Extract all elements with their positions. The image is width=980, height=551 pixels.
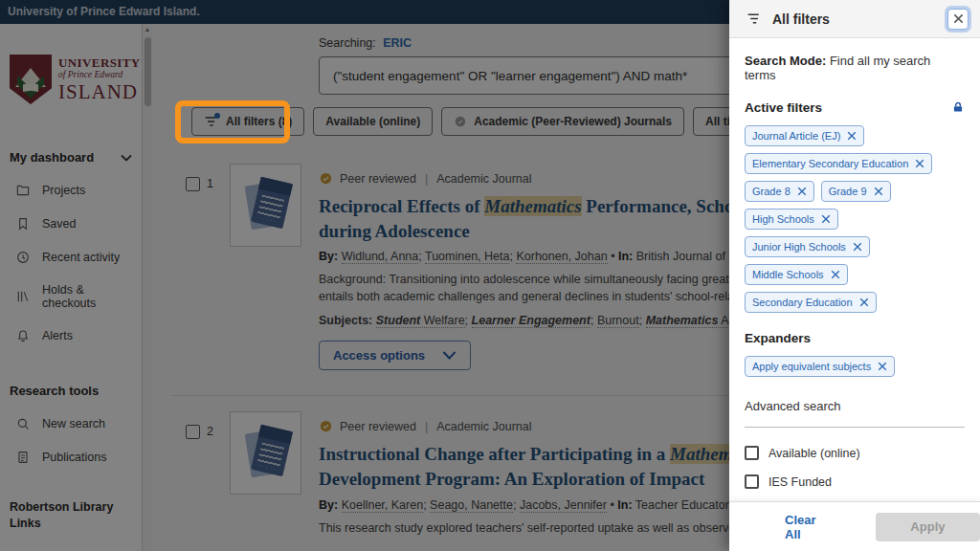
filter-chip-label: Journal Article (EJ): [752, 130, 840, 142]
checkbox[interactable]: [745, 474, 759, 489]
panel-title: All filters: [772, 11, 830, 27]
close-panel-button[interactable]: [947, 9, 969, 30]
active-filter-chips: Journal Article (EJ) Elementary Secondar…: [745, 125, 965, 313]
filter-chip-label: High Schools: [752, 213, 814, 225]
checkbox[interactable]: [745, 446, 759, 460]
checkbox-label: IES Funded: [768, 475, 832, 489]
filter-chip-label: Middle Schools: [752, 269, 824, 280]
all-filters-panel: All filters Search Mode: Find all my sea…: [729, 0, 980, 551]
remove-filter-icon[interactable]: [878, 362, 887, 371]
expander-chip[interactable]: Apply equivalent subjects: [745, 356, 895, 377]
filter-chip-label: Junior High Schools: [752, 241, 846, 253]
filter-chip[interactable]: Middle Schools: [745, 264, 848, 285]
filter-chip[interactable]: Grade 9: [821, 181, 891, 202]
remove-filter-icon[interactable]: [915, 159, 924, 168]
apply-button[interactable]: Apply: [876, 513, 980, 541]
remove-filter-icon[interactable]: [821, 214, 831, 224]
filter-chip-label: Grade 9: [829, 186, 867, 197]
close-icon: [953, 13, 964, 24]
remove-filter-icon[interactable]: [831, 270, 840, 279]
search-mode-line: Search Mode: Find all my search terms: [745, 54, 965, 82]
filter-chip[interactable]: Secondary Education: [745, 292, 877, 313]
filter-chip[interactable]: Junior High Schools: [745, 236, 870, 257]
panel-divider: [745, 427, 965, 428]
active-filters-heading: Active filters: [745, 100, 822, 115]
checkbox-ies-funded[interactable]: IES Funded: [745, 474, 965, 489]
clear-all-button[interactable]: Clear All: [785, 513, 835, 541]
filter-chip[interactable]: High Schools: [745, 209, 838, 230]
lock-icon: [951, 100, 965, 115]
active-filters-row: Active filters: [745, 100, 965, 115]
panel-body: Search Mode: Find all my search terms Ac…: [729, 54, 980, 517]
remove-filter-icon[interactable]: [847, 131, 857, 141]
filter-chip-label: Grade 8: [752, 186, 791, 197]
filter-chip-label: Secondary Education: [752, 297, 853, 308]
search-mode-label: Search Mode:: [745, 54, 826, 68]
filter-chip-label: Elementary Secondary Education: [752, 158, 908, 169]
filter-chip[interactable]: Elementary Secondary Education: [745, 153, 932, 174]
checkbox-label: Available (online): [768, 447, 860, 460]
filter-funnel-icon: [746, 11, 763, 26]
expanders-heading: Expanders: [745, 331, 811, 345]
remove-filter-icon[interactable]: [797, 187, 807, 196]
filter-chip[interactable]: Journal Article (EJ): [745, 125, 864, 146]
panel-footer: Clear All Apply: [729, 501, 980, 551]
expander-chips: Apply equivalent subjects: [745, 356, 965, 377]
filter-chip[interactable]: Grade 8: [745, 181, 814, 202]
expander-chip-label: Apply equivalent subjects: [752, 361, 871, 372]
advanced-search-link[interactable]: Advanced search: [745, 399, 965, 413]
remove-filter-icon[interactable]: [853, 242, 862, 252]
panel-header: All filters: [729, 0, 980, 38]
remove-filter-icon[interactable]: [874, 187, 883, 196]
checkbox-available-online[interactable]: Available (online): [745, 446, 965, 460]
expanders-row: Expanders: [745, 331, 965, 345]
remove-filter-icon[interactable]: [859, 298, 869, 307]
